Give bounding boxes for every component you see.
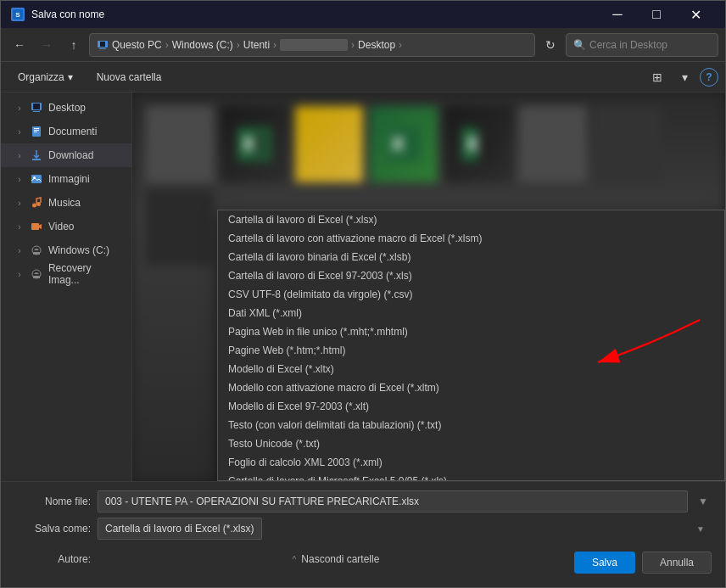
path-part-4 [280,39,348,51]
computer-icon [97,39,109,51]
download-icon [30,148,43,162]
sidebar-item-video[interactable]: › Video [1,215,131,238]
address-bar: ← → ↑ Questo PC › Windows (C:) › Utenti … [1,28,725,62]
svg-rect-7 [33,111,40,112]
dialog-icon: S [11,8,25,21]
sidebar-item-desktop[interactable]: › Desktop [1,96,131,120]
search-box[interactable]: 🔍 Cerca in Desktop [566,33,718,57]
view-button[interactable]: ⊞ [645,65,669,89]
filename-dropdown-arrow[interactable]: ▼ [695,496,712,507]
back-button[interactable]: ← [8,33,31,57]
dropdown-item[interactable]: Cartella di lavoro di Excel 97-2003 (*.x… [218,266,724,285]
documents-icon [30,125,43,138]
sidebar-item-documents[interactable]: › Documenti [1,120,131,143]
dropdown-item[interactable]: Pagina Web in file unico (*.mht;*.mhtml) [218,322,724,341]
dropdown-item[interactable]: Cartella di lavoro binaria di Excel (*.x… [218,248,724,266]
close-button[interactable]: ✕ [676,1,715,28]
saveas-row: Salva come: Cartella di lavoro di Excel … [14,518,712,540]
save-type-dropdown[interactable]: Cartella di lavoro di Excel (*.xlsx)Cart… [217,210,725,481]
path-sep-4: › [351,39,355,51]
new-folder-label: Nuova cartella [97,71,162,83]
dialog-buttons: Salva Annulla [574,545,712,574]
sidebar-item-windows[interactable]: › Windows (C:) [1,238,131,262]
dropdown-item[interactable]: Modello di Excel 97-2003 (*.xlt) [218,397,724,416]
help-button[interactable]: ? [700,68,718,87]
dropdown-item[interactable]: Cartella di lavoro con attivazione macro… [218,229,724,248]
save-button[interactable]: Salva [574,552,635,574]
refresh-button[interactable]: ↻ [539,33,562,57]
author-row: Autore: ^ Nascondi cartelle Salva Annull… [14,545,712,574]
up-button[interactable]: ↑ [62,33,86,57]
dropdown-overlay: Cartella di lavoro di Excel (*.xlsx)Cart… [132,92,725,481]
view-dropdown-button[interactable]: ▾ [673,65,696,89]
view-icon: ⊞ [652,70,662,84]
path-sep-2: › [237,39,240,51]
saveas-select[interactable]: Cartella di lavoro di Excel (*.xlsx) [98,518,262,540]
dropdown-item[interactable]: Cartella di lavoro di Microsoft Excel 5.… [218,472,724,481]
dropdown-item[interactable]: Modello con attivazione macro di Excel (… [218,378,724,397]
filename-label: Nome file: [14,496,91,507]
dropdown-item[interactable]: Pagine Web (*.htm;*.html) [218,341,724,360]
expand-icon: › [14,198,25,208]
dropdown-item[interactable]: Modello di Excel (*.xltx) [218,360,724,378]
expand-icon: › [14,103,25,113]
svg-rect-10 [34,130,39,131]
bottom-form: Nome file: ▼ Salva come: Cartella di lav… [1,481,725,587]
music-icon [30,196,43,210]
dropdown-item[interactable]: Testo Unicode (*.txt) [218,434,724,453]
svg-rect-21 [33,276,40,278]
title-bar-text: Salva con nome [31,8,104,20]
saveas-label: Salva come: [14,523,91,535]
path-part-2: Windows (C:) [172,39,233,51]
windows-drive-icon [30,244,43,257]
expand-icon: › [14,245,25,255]
organize-chevron: ▾ [68,71,73,83]
expand-chevron: ^ [293,555,297,564]
svg-rect-19 [33,252,40,255]
svg-rect-11 [34,132,37,132]
expand-icon: › [14,150,25,160]
sidebar-item-images[interactable]: › Immagini [1,167,131,191]
sidebar-item-recovery[interactable]: › Recovery Imag... [1,262,131,286]
sidebar: › Desktop › Documenti › Download [1,92,132,481]
filename-input[interactable] [98,490,688,512]
path-part-3: Utenti [243,39,270,51]
expand-icon: › [14,269,25,279]
expand-icon: › [14,126,25,137]
sidebar-label-desktop: Desktop [48,102,86,114]
organize-button[interactable]: Organizza ▾ [8,65,83,89]
save-dialog: S Salva con nome ─ □ ✕ ← → ↑ Questo PC ›… [0,0,726,588]
hide-folders-row: ^ Nascondi cartelle [293,548,380,570]
maximize-button[interactable]: □ [637,1,676,28]
sidebar-label-recovery: Recovery Imag... [48,262,125,286]
svg-text:S: S [15,11,20,19]
dropdown-item[interactable]: Foglio di calcolo XML 2003 (*.xml) [218,453,724,472]
address-path[interactable]: Questo PC › Windows (C:) › Utenti › › De… [89,33,535,57]
desktop-icon [30,101,43,115]
dropdown-item[interactable]: Dati XML (*.xml) [218,304,724,322]
dropdown-item[interactable]: CSV UTF-8 (delimitato da virgole) (*.csv… [218,285,724,304]
search-placeholder: Cerca in Desktop [589,39,667,51]
forward-button[interactable]: → [35,33,59,57]
minimize-button[interactable]: ─ [598,1,637,28]
path-sep-1: › [165,39,169,51]
svg-rect-17 [31,223,39,230]
title-bar-controls: ─ □ ✕ [598,1,715,28]
toolbar: Organizza ▾ Nuova cartella ⊞ ▾ ? [1,62,725,92]
dropdown-item[interactable]: Testo (con valori delimitati da tabulazi… [218,416,724,434]
svg-rect-13 [31,175,42,183]
sidebar-item-music[interactable]: › Musica [1,191,131,215]
toolbar-right: ⊞ ▾ ? [645,65,718,89]
main-area: › Desktop › Documenti › Download [1,92,725,481]
cancel-button[interactable]: Annulla [642,552,712,574]
sidebar-label-music: Musica [48,197,81,209]
images-icon [30,172,43,186]
video-icon [30,220,43,233]
new-folder-button[interactable]: Nuova cartella [87,65,172,89]
hide-folders-label: Nascondi cartelle [301,553,379,565]
dropdown-item[interactable]: Cartella di lavoro di Excel (*.xlsx) [218,210,724,229]
sidebar-label-documents: Documenti [48,126,97,137]
path-sep-5: › [399,39,402,51]
sidebar-item-download[interactable]: › Download [1,143,131,167]
path-part-1: Questo PC [112,39,162,51]
